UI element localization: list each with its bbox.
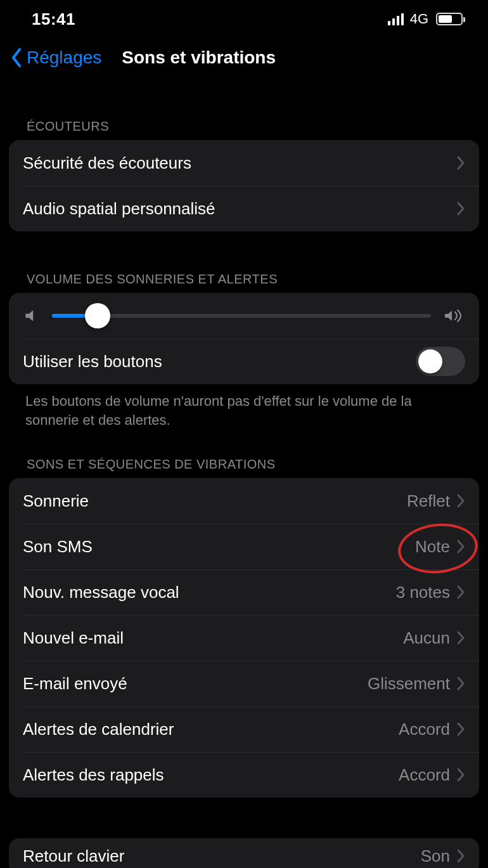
group-volume: Utiliser les boutons xyxy=(9,293,479,384)
row-label: Nouvel e-mail xyxy=(23,628,403,648)
row-label: Son SMS xyxy=(23,537,415,557)
row-value: 3 notes xyxy=(396,583,450,602)
section-header-headphones: ÉCOUTEURS xyxy=(6,119,482,140)
row-spatial-audio[interactable]: Audio spatial personnalisé xyxy=(9,186,479,231)
row-label: Audio spatial personnalisé xyxy=(23,199,456,219)
group-patterns: Sonnerie Reflet Son SMS Note Nouv. messa… xyxy=(9,478,479,798)
status-time: 15:41 xyxy=(32,10,75,29)
row-label: E-mail envoyé xyxy=(23,674,368,694)
status-bar: 15:41 4G xyxy=(6,0,482,33)
volume-low-icon xyxy=(23,308,39,324)
chevron-right-icon xyxy=(456,848,465,864)
chevron-right-icon xyxy=(456,201,465,216)
row-value: Accord xyxy=(399,765,450,785)
row-label: Sonnerie xyxy=(23,491,407,511)
row-use-buttons[interactable]: Utiliser les boutons xyxy=(9,339,479,384)
row-sent-email[interactable]: E-mail envoyé Glissement xyxy=(9,661,479,706)
network-label: 4G xyxy=(410,11,428,27)
row-value: Reflet xyxy=(407,491,450,511)
chevron-right-icon xyxy=(456,493,465,508)
row-volume-slider xyxy=(9,293,479,339)
back-chevron-icon[interactable] xyxy=(10,47,23,68)
row-value: Note xyxy=(415,537,450,557)
chevron-right-icon xyxy=(456,630,465,645)
volume-high-icon xyxy=(444,308,465,324)
chevron-right-icon xyxy=(456,767,465,782)
section-header-patterns: SONS ET SÉQUENCES DE VIBRATIONS xyxy=(6,457,482,478)
row-calendar-alerts[interactable]: Alertes de calendrier Accord xyxy=(9,706,479,752)
group-headphones: Sécurité des écouteurs Audio spatial per… xyxy=(9,140,479,231)
row-new-email[interactable]: Nouvel e-mail Aucun xyxy=(9,615,479,661)
row-value: Glissement xyxy=(368,674,450,694)
chevron-right-icon xyxy=(456,539,465,554)
row-value: Aucun xyxy=(403,628,450,648)
row-ringtone[interactable]: Sonnerie Reflet xyxy=(9,478,479,524)
section-header-volume: VOLUME DES SONNERIES ET ALERTES xyxy=(6,272,482,293)
row-reminder-alerts[interactable]: Alertes des rappels Accord xyxy=(9,752,479,798)
row-headphone-safety[interactable]: Sécurité des écouteurs xyxy=(9,140,479,186)
chevron-right-icon xyxy=(456,585,465,600)
settings-screen: 15:41 4G Réglages Sons et vibrations ÉCO… xyxy=(0,0,488,868)
section-footer-volume: Les boutons de volume n'auront pas d'eff… xyxy=(6,384,482,429)
row-sms-tone[interactable]: Son SMS Note xyxy=(9,524,479,569)
volume-slider[interactable] xyxy=(52,314,431,318)
row-label: Alertes de calendrier xyxy=(23,720,399,739)
group-keyboard: Retour clavier Son xyxy=(9,838,479,868)
battery-icon xyxy=(436,13,463,25)
toggle-use-buttons[interactable] xyxy=(416,347,465,376)
slider-thumb[interactable] xyxy=(85,303,110,328)
row-label: Utiliser les boutons xyxy=(23,352,416,372)
row-voicemail[interactable]: Nouv. message vocal 3 notes xyxy=(9,569,479,615)
page-title: Sons et vibrations xyxy=(122,48,276,68)
chevron-right-icon xyxy=(456,155,465,171)
chevron-right-icon xyxy=(456,676,465,691)
row-label: Alertes des rappels xyxy=(23,765,399,785)
back-button[interactable]: Réglages xyxy=(27,48,101,68)
nav-bar: Réglages Sons et vibrations xyxy=(6,33,482,79)
row-label: Nouv. message vocal xyxy=(23,583,396,602)
row-keyboard-feedback[interactable]: Retour clavier Son xyxy=(9,838,479,868)
status-right: 4G xyxy=(388,11,463,27)
row-label: Sécurité des écouteurs xyxy=(23,153,456,173)
row-label: Retour clavier xyxy=(23,846,421,866)
row-value: Accord xyxy=(399,720,450,739)
signal-icon xyxy=(388,13,404,25)
chevron-right-icon xyxy=(456,722,465,737)
row-value: Son xyxy=(421,846,450,866)
